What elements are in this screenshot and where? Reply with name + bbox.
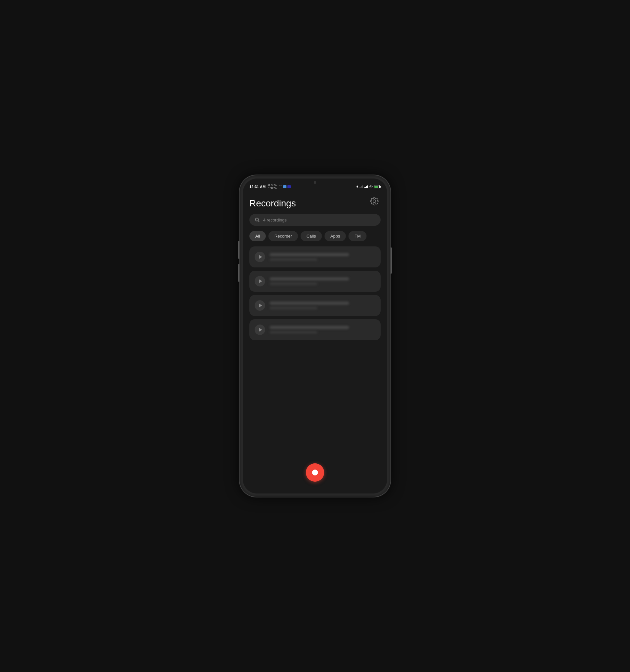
tab-recorder[interactable]: Recorder — [268, 231, 298, 241]
recording-info-2 — [270, 277, 375, 285]
bottom-area — [306, 463, 324, 482]
battery-fill — [374, 186, 378, 188]
recording-item-3[interactable] — [249, 295, 381, 316]
search-bar[interactable]: 4 recordings — [249, 214, 381, 226]
signal-bar-1 — [360, 185, 363, 188]
svg-line-2 — [258, 221, 260, 222]
app-content: Recordings 4 recordings All Recorder Cal… — [243, 193, 387, 494]
tab-all[interactable]: All — [249, 231, 266, 241]
recording-name-3 — [270, 302, 349, 305]
recording-item-2[interactable] — [249, 271, 381, 292]
recording-info-4 — [270, 326, 375, 334]
data-up: 31.8KB/s — [268, 184, 277, 187]
settings-icon[interactable] — [369, 196, 379, 206]
search-icon — [255, 218, 260, 222]
status-network: 31.8KB/s 121KB/s — [268, 184, 277, 190]
recording-meta-4 — [270, 331, 317, 334]
recording-name-2 — [270, 277, 349, 281]
status-time: 12:31 AM — [249, 185, 266, 189]
battery-body — [374, 185, 380, 188]
settings-svg — [370, 197, 379, 206]
phone-screen: 12:31 AM 31.8KB/s 121KB/s ✱ — [243, 178, 387, 494]
recording-info-1 — [270, 253, 375, 261]
status-bar: 12:31 AM 31.8KB/s 121KB/s ✱ — [243, 178, 387, 193]
filter-tabs: All Recorder Calls Apps FM — [249, 231, 381, 241]
tab-calls[interactable]: Calls — [300, 231, 322, 241]
notification-icon-3 — [287, 185, 291, 188]
play-button-4[interactable] — [255, 325, 265, 335]
signal-bar-2 — [364, 185, 368, 188]
recording-meta-1 — [270, 258, 317, 261]
svg-point-0 — [370, 188, 371, 188]
wifi-icon — [369, 185, 373, 188]
search-icon-wrap — [255, 217, 260, 222]
settings-icon-wrap[interactable] — [369, 196, 379, 206]
search-placeholder: 4 recordings — [263, 218, 287, 222]
page-title: Recordings — [249, 198, 381, 209]
data-down: 121KB/s — [268, 187, 276, 190]
volume-up-button[interactable] — [238, 241, 240, 259]
recording-meta-3 — [270, 307, 317, 309]
volume-down-button[interactable] — [238, 264, 240, 282]
recordings-list — [249, 246, 381, 340]
phone-frame: 12:31 AM 31.8KB/s 121KB/s ✱ — [240, 175, 390, 497]
recording-item-4[interactable] — [249, 319, 381, 340]
recording-name-4 — [270, 326, 349, 329]
tab-apps[interactable]: Apps — [324, 231, 346, 241]
notification-icon-2 — [283, 185, 287, 188]
power-button[interactable] — [390, 247, 392, 274]
play-icon-3 — [259, 304, 262, 308]
play-button-3[interactable] — [255, 300, 265, 311]
play-icon-2 — [259, 279, 262, 283]
record-dot — [312, 470, 318, 476]
recording-meta-2 — [270, 283, 317, 285]
battery-icon — [374, 185, 381, 188]
tab-fm[interactable]: FM — [348, 231, 366, 241]
record-button[interactable] — [306, 463, 324, 482]
play-icon-1 — [259, 255, 262, 259]
bluetooth-icon: ✱ — [356, 185, 359, 188]
recording-item-1[interactable] — [249, 246, 381, 267]
notification-icon-1 — [279, 185, 282, 188]
svg-point-1 — [256, 218, 259, 221]
status-right: ✱ — [356, 185, 381, 188]
status-left: 12:31 AM 31.8KB/s 121KB/s — [249, 184, 291, 190]
recording-info-3 — [270, 302, 375, 309]
camera — [314, 181, 316, 184]
notification-icons — [279, 185, 291, 188]
battery-tip — [380, 186, 381, 188]
play-button-2[interactable] — [255, 276, 265, 286]
play-icon-4 — [259, 328, 262, 332]
recording-name-1 — [270, 253, 349, 256]
play-button-1[interactable] — [255, 252, 265, 262]
